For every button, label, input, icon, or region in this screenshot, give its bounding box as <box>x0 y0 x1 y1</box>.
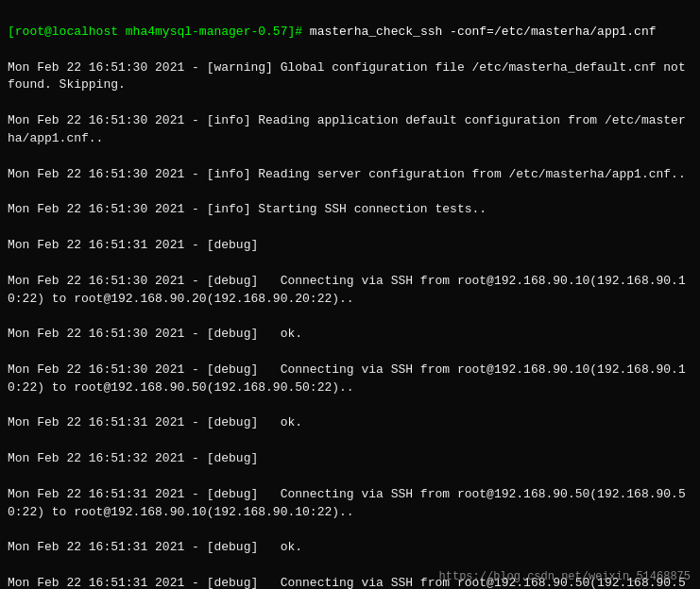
line-5: Mon Feb 22 16:51:31 2021 - [debug] <box>8 237 692 255</box>
line-0: [root@localhost mha4mysql-manager-0.57]#… <box>8 24 692 42</box>
line-9: Mon Feb 22 16:51:31 2021 - [debug] ok. <box>8 414 692 432</box>
terminal-window: [root@localhost mha4mysql-manager-0.57]#… <box>0 0 700 589</box>
line-7: Mon Feb 22 16:51:30 2021 - [debug] ok. <box>8 326 692 344</box>
watermark: https://blog.csdn.net/weixin_51468875 <box>439 570 691 583</box>
line-10: Mon Feb 22 16:51:32 2021 - [debug] <box>8 450 692 468</box>
line-1: Mon Feb 22 16:51:30 2021 - [warning] Glo… <box>8 59 692 95</box>
line-12: Mon Feb 22 16:51:31 2021 - [debug] ok. <box>8 539 692 557</box>
cmd-0: masterha_check_ssh -conf=/etc/masterha/a… <box>310 25 657 39</box>
line-11: Mon Feb 22 16:51:31 2021 - [debug] Conne… <box>8 486 692 522</box>
line-4: Mon Feb 22 16:51:30 2021 - [info] Starti… <box>8 201 692 219</box>
line-8: Mon Feb 22 16:51:30 2021 - [debug] Conne… <box>8 362 692 397</box>
line-2: Mon Feb 22 16:51:30 2021 - [info] Readin… <box>8 112 692 148</box>
terminal-output: [root@localhost mha4mysql-manager-0.57]#… <box>8 6 692 589</box>
line-6: Mon Feb 22 16:51:30 2021 - [debug] Conne… <box>8 273 692 309</box>
line-3: Mon Feb 22 16:51:30 2021 - [info] Readin… <box>8 166 692 184</box>
prompt-0: [root@localhost mha4mysql-manager-0.57]# <box>8 25 310 39</box>
